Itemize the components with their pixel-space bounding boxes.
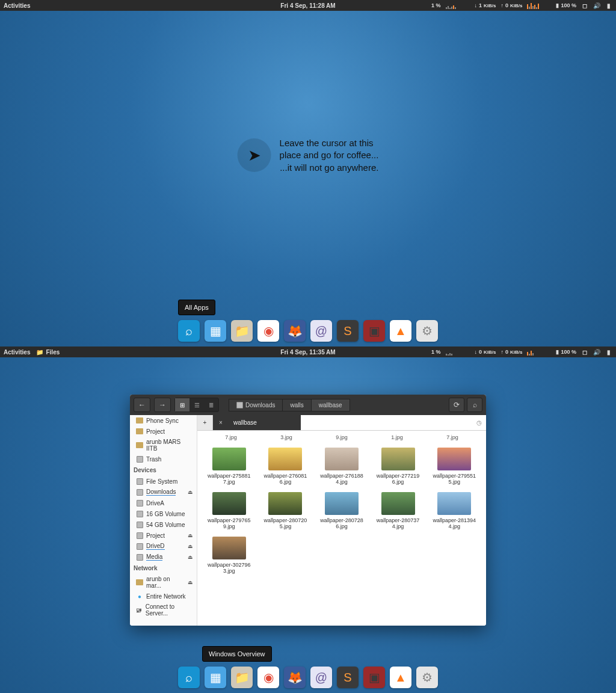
eject-icon[interactable]: ⏏ — [188, 554, 193, 560]
sidebar-item[interactable]: Downloads⏏ — [130, 487, 197, 497]
dock-search[interactable]: ⌕ — [178, 320, 200, 342]
file-label: 9.jpg — [223, 523, 235, 529]
dock-tooltip: All Apps — [178, 300, 215, 315]
sidebar-item[interactable]: Project — [130, 426, 197, 437]
file-item[interactable]: wallpaper-2807205.jpg — [260, 492, 312, 529]
dock-vlc[interactable]: ▲ — [390, 667, 411, 688]
activities-button[interactable]: Activities — [4, 2, 30, 9]
dock-settings[interactable]: ⚙ — [416, 320, 438, 342]
dock-vlc[interactable]: ▲ — [390, 320, 411, 342]
file-item[interactable]: wallpaper-2761884.jpg — [316, 448, 368, 485]
dock-mail[interactable]: @ — [310, 667, 332, 688]
file-item[interactable]: wallpaper-2807374.jpg — [372, 492, 424, 529]
files-icon: 📁 — [36, 349, 43, 356]
volume-icon[interactable]: 🔊 — [593, 2, 600, 9]
forward-button[interactable]: → — [154, 398, 171, 412]
breadcrumb-item[interactable]: wallbase — [311, 399, 350, 411]
sidebar-item[interactable]: arunb on mar...⏏ — [130, 574, 197, 591]
dock-sublime[interactable]: S — [337, 320, 359, 342]
sidebar-item[interactable]: Phone Sync — [130, 415, 197, 426]
file-label: wallpaper-280737 — [377, 517, 420, 523]
dock-chrome[interactable]: ◉ — [257, 667, 279, 688]
file-item[interactable]: wallpaper-3027963.jpg — [203, 537, 255, 574]
eject-icon[interactable]: ⏏ — [188, 543, 193, 549]
back-button[interactable]: ← — [134, 398, 150, 412]
sidebar-item[interactable]: Trash — [130, 454, 197, 464]
file-label: 6.jpg — [280, 479, 292, 485]
clock[interactable]: Fri 4 Sep, 11:28 AM — [280, 2, 335, 9]
icon-view-button[interactable]: ⊞ — [175, 398, 189, 411]
sidebar-item[interactable]: 🖳Connect to Server... — [130, 602, 197, 618]
activities-button[interactable]: Activities — [4, 349, 30, 356]
cursor-circle-icon: ➤ — [238, 138, 271, 172]
dock-screensaver[interactable]: ▣ — [363, 320, 385, 342]
file-item[interactable]: wallpaper-2760816.jpg — [260, 448, 312, 485]
drive-icon — [136, 499, 143, 507]
dock-mail[interactable]: @ — [310, 320, 332, 342]
eject-icon[interactable]: ⏏ — [188, 489, 193, 495]
battery-indicator[interactable]: ▮ 100 % — [556, 2, 576, 8]
power-icon[interactable]: ▮ — [605, 348, 612, 356]
new-tab-button[interactable]: + — [197, 415, 213, 430]
dock-files[interactable]: 📁 — [231, 667, 253, 688]
window-icon[interactable]: ◻ — [581, 2, 588, 9]
sidebar-item[interactable]: File System — [130, 476, 197, 487]
search-button[interactable]: ⌕ — [467, 398, 482, 412]
dock-firefox[interactable]: 🦊 — [284, 667, 306, 688]
folder-icon — [136, 428, 143, 435]
sidebar-item[interactable]: 54 GB Volume — [130, 519, 197, 530]
view-toggle: ⊞ ☰ ≣ — [174, 398, 219, 412]
file-item[interactable]: wallpaper-2807286.jpg — [316, 492, 368, 529]
file-item[interactable]: wallpaper-2772196.jpg — [372, 448, 424, 485]
net-down: ↓ 0 KiB/s — [475, 349, 496, 355]
sidebar-item[interactable]: Media⏏ — [130, 552, 197, 562]
battery-indicator[interactable]: ▮ 100 % — [556, 349, 576, 355]
dock-overview[interactable]: ▦ — [205, 667, 226, 688]
dock-overview[interactable]: ▦ — [205, 320, 226, 342]
close-tab-button[interactable]: × — [213, 415, 229, 430]
sidebar-item[interactable]: 16 GB Volume — [130, 508, 197, 519]
dock-screensaver[interactable]: ▣ — [363, 667, 385, 688]
wallpaper-message: ➤ Leave the cursor at this place and go … — [238, 137, 379, 174]
dock-chrome[interactable]: ◉ — [257, 320, 279, 342]
eject-icon[interactable]: ⏏ — [188, 579, 193, 585]
net-up: ↑ 0 KiB/s — [501, 349, 523, 355]
file-label: 7.jpg — [223, 479, 235, 485]
clock[interactable]: Fri 4 Sep, 11:35 AM — [280, 349, 335, 356]
app-menu[interactable]: 📁Files — [36, 349, 60, 356]
file-item[interactable]: wallpaper-2813944.jpg — [428, 492, 480, 529]
compact-view-button[interactable]: ≣ — [204, 398, 218, 411]
file-item[interactable]: wallpaper-2795515.jpg — [428, 448, 480, 485]
sidebar-item[interactable]: DriveA — [130, 497, 197, 508]
history-icon[interactable]: ◷ — [472, 415, 486, 430]
sidebar-item[interactable]: arunb MARS IITB — [130, 437, 197, 454]
dock-search[interactable]: ⌕ — [178, 667, 200, 688]
sidebar-item[interactable]: DriveD⏏ — [130, 541, 197, 552]
dock-files[interactable]: 📁 — [231, 320, 253, 342]
volume-icon[interactable]: 🔊 — [593, 348, 600, 356]
dock-sublime[interactable]: S — [337, 667, 359, 688]
drive-icon — [236, 402, 243, 408]
breadcrumb-item[interactable]: walls — [282, 399, 311, 411]
window-icon[interactable]: ◻ — [581, 348, 588, 356]
power-icon[interactable]: ▮ — [605, 2, 612, 9]
list-view-button[interactable]: ☰ — [189, 398, 204, 411]
breadcrumb-item[interactable]: Downloads — [229, 399, 283, 411]
eject-icon[interactable]: ⏏ — [188, 532, 193, 538]
sidebar-item[interactable]: ●Entire Network — [130, 591, 197, 602]
dock-settings[interactable]: ⚙ — [416, 667, 438, 688]
net-graph — [527, 348, 551, 356]
refresh-button[interactable]: ⟳ — [449, 398, 464, 412]
sidebar-item[interactable]: Project⏏ — [130, 530, 197, 541]
tab-wallbase[interactable]: wallbase — [229, 415, 301, 430]
file-label: wallpaper-279765 — [208, 517, 251, 523]
file-label-fragment: 3.jpg — [259, 434, 314, 440]
server-icon: 🖳 — [136, 606, 143, 614]
drive-icon — [136, 532, 143, 539]
file-label-fragment: 1.jpg — [369, 434, 425, 440]
sidebar-section: Devices — [130, 464, 197, 476]
file-item[interactable]: wallpaper-2797659.jpg — [203, 492, 255, 529]
file-item[interactable]: wallpaper-2758817.jpg — [203, 448, 255, 485]
dock-firefox[interactable]: 🦊 — [284, 320, 306, 342]
folder-icon — [136, 579, 143, 586]
